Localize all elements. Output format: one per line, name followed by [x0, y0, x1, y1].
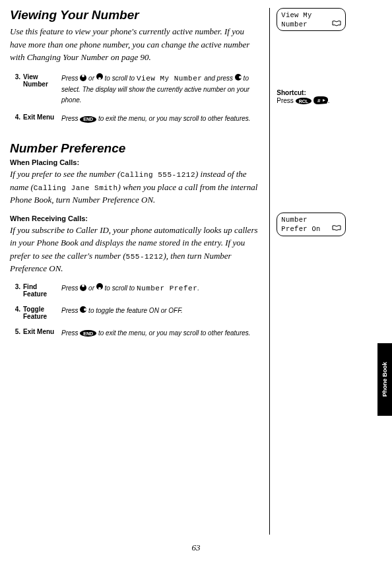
svg-point-1: [82, 75, 84, 77]
screen-line: Number: [281, 20, 308, 30]
step-desc: Press to toggle the feature ON or OFF.: [61, 306, 259, 328]
step-name: Exit Menu: [23, 328, 61, 346]
svg-point-9: [98, 287, 101, 290]
step-number: 4.: [10, 306, 23, 328]
screen-line: View My: [281, 11, 341, 20]
up-scroll-icon: [80, 73, 86, 84]
main-column: Viewing Your Number Use this feature to …: [10, 8, 270, 535]
step-name: Toggle Feature: [23, 306, 61, 328]
lcd-text: Number Prefer: [137, 284, 197, 292]
step-desc: Press END to exit the menu, or you may s…: [61, 114, 259, 132]
lcd-text: 555-1212: [126, 253, 164, 261]
step-number: 3.: [10, 283, 23, 306]
page-number: 63: [0, 543, 392, 553]
select-icon: [80, 306, 86, 317]
lcd-text: Calling Jane Smith: [34, 184, 118, 192]
select-icon: [235, 73, 242, 84]
phone-screen-2: Number Prefer On: [277, 213, 346, 236]
book-icon: [332, 225, 341, 234]
screen-line: Prefer On: [281, 225, 320, 234]
lcd-text: View My Number: [137, 75, 202, 82]
screen-line: Number: [281, 216, 341, 225]
section2-steps: 3. Find Feature Press or to scroll to Nu…: [10, 283, 259, 346]
section1-steps: 3. View Number Press or to scroll to Vie…: [10, 73, 259, 133]
phone-screen-1: View My Number: [277, 8, 346, 31]
section2-para2: If you subscribe to Caller ID, your phon…: [10, 224, 259, 275]
section1-heading: Viewing Your Number: [10, 8, 259, 22]
step-desc: Press or to scroll to View My Number and…: [61, 73, 259, 114]
up-scroll-icon: [80, 283, 86, 294]
hash-key-icon: #: [313, 96, 328, 106]
step-desc: Press END to exit the menu, or you may s…: [61, 328, 259, 346]
step-name: View Number: [23, 73, 61, 114]
down-scroll-icon: [96, 73, 103, 84]
book-icon: [332, 20, 341, 30]
section2-para1: If you prefer to see the number (Calling…: [10, 168, 259, 207]
step-row: 5. Exit Menu Press END to exit the menu,…: [10, 328, 259, 346]
svg-point-3: [98, 77, 101, 80]
svg-text:#: #: [317, 98, 321, 104]
svg-point-7: [82, 284, 84, 287]
step-row: 3. View Number Press or to scroll to Vie…: [10, 73, 259, 114]
side-column: View My Number Shortcut: Press RCL # . N…: [270, 8, 382, 535]
step-number: 3.: [10, 73, 23, 114]
lcd-text: Calling 555-1212: [120, 171, 195, 179]
end-key-icon: END: [80, 116, 96, 123]
step-row: 3. Find Feature Press or to scroll to Nu…: [10, 283, 259, 306]
step-name: Exit Menu: [23, 114, 61, 132]
rcl-key-icon: RCL: [296, 98, 311, 104]
step-desc: Press or to scroll to Number Prefer.: [61, 283, 259, 306]
section2-subhead1: When Placing Calls:: [10, 158, 259, 166]
shortcut-text: Press RCL # .: [277, 96, 382, 106]
step-name: Find Feature: [23, 283, 61, 306]
step-row: 4. Exit Menu Press END to exit the menu,…: [10, 114, 259, 132]
shortcut-label: Shortcut:: [277, 89, 382, 96]
thumb-tab: Phone Book: [377, 343, 392, 416]
step-row: 4. Toggle Feature Press to toggle the fe…: [10, 306, 259, 328]
shortcut-note: Shortcut: Press RCL # .: [277, 89, 382, 106]
down-scroll-icon: [96, 283, 103, 294]
end-key-icon: END: [80, 330, 96, 337]
section1-intro: Use this feature to view your phone's cu…: [10, 25, 259, 64]
step-number: 4.: [10, 114, 23, 132]
section2-subhead2: When Receiving Calls:: [10, 214, 259, 222]
section2-heading: Number Preference: [10, 141, 259, 156]
step-number: 5.: [10, 328, 23, 346]
